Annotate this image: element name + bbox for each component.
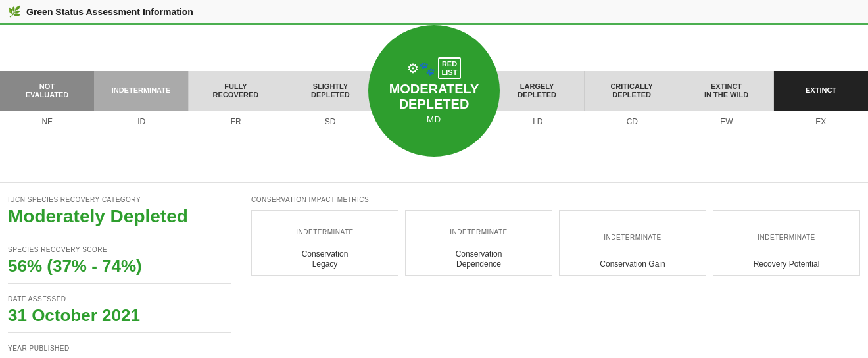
metric-recovery-potential: INDETERMINATE Recovery Potential	[713, 210, 860, 276]
circle-status-title: MODERATELY DEPLETED	[389, 82, 479, 112]
status-bar-section: ⚙🐾 REDLIST MODERATELY DEPLETED MD NOTEVA…	[0, 25, 868, 183]
metric-recovery-status: INDETERMINATE	[758, 234, 815, 241]
abbr-id: ID	[94, 115, 188, 129]
metric-dependence-status: INDETERMINATE	[450, 228, 507, 236]
abbr-sd: SD	[283, 115, 377, 129]
active-status-circle: ⚙🐾 REDLIST MODERATELY DEPLETED MD	[368, 25, 500, 157]
year-value: 2021	[8, 355, 231, 358]
year-label: YEAR PUBLISHED	[8, 345, 231, 352]
metric-recovery-name: Recovery Potential	[754, 259, 820, 270]
metric-dependence-name: ConservationDependence	[456, 249, 502, 270]
header: 🌿 Green Status Assessment Information	[0, 0, 868, 25]
red-list-text: REDLIST	[438, 57, 462, 78]
abbr-ew: EW	[679, 115, 773, 129]
metric-legacy-status: INDETERMINATE	[296, 228, 353, 236]
status-fully-recovered[interactable]: FULLYRECOVERED	[188, 71, 283, 111]
abbr-ld: LD	[491, 115, 585, 129]
metric-conservation-dependence: INDETERMINATE ConservationDependence	[405, 210, 552, 276]
status-indeterminate[interactable]: INDETERMINATE	[94, 71, 188, 111]
date-label: DATE ASSESSED	[8, 295, 231, 303]
metric-legacy-name: ConservationLegacy	[302, 249, 349, 270]
circle-badge: ⚙🐾 REDLIST MODERATELY DEPLETED MD	[368, 25, 500, 157]
abbr-fr: FR	[189, 115, 283, 129]
score-value: 56% (37% - 74%)	[8, 256, 231, 284]
score-label: SPECIES RECOVERY SCORE	[8, 246, 231, 253]
status-largely-depleted[interactable]: LARGELYDEPLETED	[489, 71, 585, 111]
category-label: IUCN SPECIES RECOVERY CATEGORY	[8, 196, 231, 203]
status-slightly-depleted[interactable]: SLIGHTLYDEPLETED	[283, 71, 378, 111]
category-value: Moderately Depleted	[8, 206, 231, 234]
metric-conservation-legacy: INDETERMINATE ConservationLegacy	[251, 210, 398, 276]
metric-gain-status: INDETERMINATE	[604, 234, 661, 241]
abbr-ex: EX	[774, 115, 868, 129]
iucn-logo: ⚙🐾 REDLIST	[407, 57, 462, 78]
metrics-grid: INDETERMINATE ConservationLegacy INDETER…	[251, 210, 860, 276]
header-title: Green Status Assessment Information	[26, 7, 193, 17]
abbr-ne: NE	[0, 115, 94, 129]
circle-status-abbr: MD	[427, 115, 441, 124]
status-critically-depleted[interactable]: CRITICALLYDEPLETED	[585, 71, 679, 111]
status-extinct-in-wild[interactable]: EXTINCTIN THE WILD	[679, 71, 774, 111]
status-not-evaluated[interactable]: NOTEVALUATED	[0, 71, 94, 111]
metric-conservation-gain: INDETERMINATE Conservation Gain	[559, 210, 706, 276]
left-panel: IUCN SPECIES RECOVERY CATEGORY Moderatel…	[8, 196, 231, 358]
iucn-icon: ⚙🐾	[407, 61, 435, 76]
metric-gain-name: Conservation Gain	[600, 259, 665, 270]
bottom-section: IUCN SPECIES RECOVERY CATEGORY Moderatel…	[0, 183, 868, 358]
date-value: 31 October 2021	[8, 305, 231, 333]
right-panel: CONSERVATION IMPACT METRICS INDETERMINAT…	[251, 196, 860, 358]
metrics-label: CONSERVATION IMPACT METRICS	[251, 196, 860, 203]
status-extinct[interactable]: EXTINCT	[774, 71, 868, 111]
leaf-icon: 🌿	[8, 5, 21, 18]
abbr-cd: CD	[585, 115, 679, 129]
